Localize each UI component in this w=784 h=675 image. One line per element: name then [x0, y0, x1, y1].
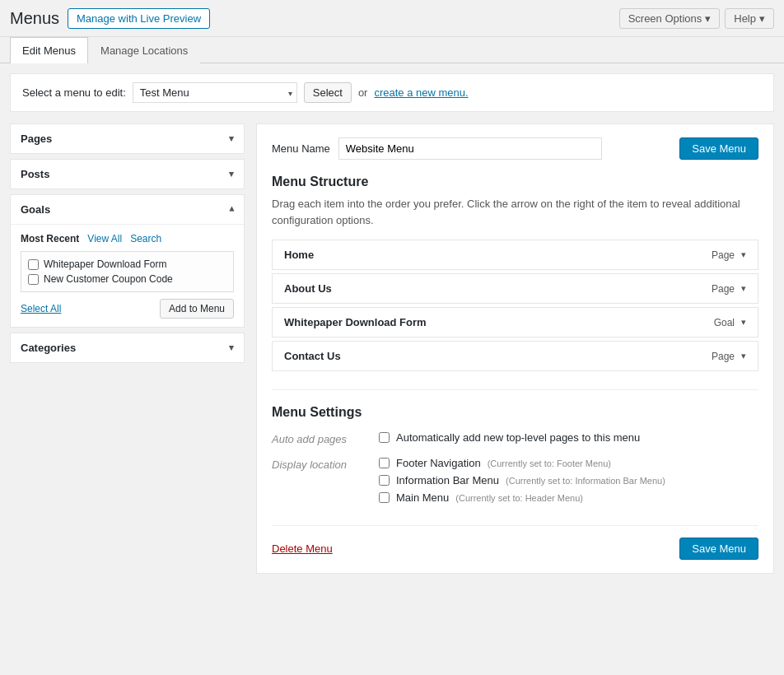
- menu-item-home-right: Page ▾: [712, 249, 746, 261]
- help-button[interactable]: Help ▾: [725, 8, 774, 29]
- checkbox-coupon: New Customer Coupon Code: [28, 273, 226, 285]
- footer-nav-row: Footer Navigation (Currently set to: Foo…: [379, 457, 758, 469]
- accordion-goals-header[interactable]: Goals ▾: [11, 195, 244, 224]
- or-text: or: [358, 86, 368, 99]
- accordion-categories-arrow-icon: ▾: [229, 342, 234, 353]
- accordion-categories-label: Categories: [21, 342, 76, 354]
- goals-tab-filter: Most Recent View All Search: [21, 233, 234, 244]
- accordion-pages: Pages ▾: [10, 123, 245, 154]
- tab-edit-menus[interactable]: Edit Menus: [10, 37, 88, 63]
- menu-item-about-us-label: About Us: [284, 282, 332, 295]
- screen-options-button[interactable]: Screen Options ▾: [619, 8, 721, 29]
- filter-view-all[interactable]: View All: [87, 233, 122, 244]
- menu-item-about-us-expand-icon[interactable]: ▾: [741, 283, 746, 294]
- accordion-categories-header[interactable]: Categories ▾: [11, 333, 244, 362]
- checkbox-whitepaper-input[interactable]: [28, 259, 39, 270]
- menu-name-row: Menu Name Save Menu: [272, 137, 758, 160]
- select-menu-bar: Select a menu to edit: Test Menu ▾ Selec…: [10, 73, 774, 112]
- menu-item-whitepaper-expand-icon[interactable]: ▾: [741, 317, 746, 328]
- tab-edit-menus-label: Edit Menus: [22, 44, 76, 57]
- tabs-row: Edit Menus Manage Locations: [0, 37, 784, 63]
- info-bar-label: Information Bar Menu: [396, 474, 499, 486]
- auto-add-pages-row: Auto add pages Automatically add new top…: [272, 431, 758, 449]
- menu-item-whitepaper[interactable]: Whitepaper Download Form Goal ▾: [272, 307, 758, 338]
- select-menu-label: Select a menu to edit:: [22, 86, 126, 99]
- auto-add-pages-checkbox[interactable]: [379, 432, 390, 443]
- menu-item-home[interactable]: Home Page ▾: [272, 240, 758, 270]
- accordion-goals-body: Most Recent View All Search Whitepaper D…: [11, 224, 244, 327]
- help-label: Help: [734, 12, 756, 25]
- tab-manage-locations[interactable]: Manage Locations: [88, 37, 200, 63]
- menu-structure-title: Menu Structure: [272, 175, 758, 189]
- delete-menu-link[interactable]: Delete Menu: [272, 542, 333, 555]
- menu-item-contact-us-type: Page: [712, 351, 735, 362]
- accordion-goals-label: Goals: [21, 203, 50, 216]
- left-panel: Pages ▾ Posts ▾ Goals ▾ Most: [10, 123, 245, 368]
- accordion-goals-arrow-icon: ▾: [229, 204, 234, 215]
- goals-accordion-footer: Select All Add to Menu: [21, 299, 234, 319]
- display-location-content: Footer Navigation (Currently set to: Foo…: [379, 457, 758, 509]
- select-all-link[interactable]: Select All: [21, 303, 61, 314]
- accordion-pages-label: Pages: [21, 133, 52, 145]
- help-arrow-icon: ▾: [759, 12, 765, 25]
- menu-item-whitepaper-right: Goal ▾: [714, 317, 746, 328]
- live-preview-button[interactable]: Manage with Live Preview: [68, 8, 210, 29]
- auto-add-pages-desc: Automatically add new top-level pages to…: [396, 431, 640, 444]
- screen-options-arrow-icon: ▾: [705, 12, 711, 25]
- main-menu-checkbox[interactable]: [379, 492, 390, 503]
- save-menu-button-bottom[interactable]: Save Menu: [679, 538, 758, 560]
- auto-add-pages-content: Automatically add new top-level pages to…: [379, 431, 758, 449]
- menu-item-home-type: Page: [712, 249, 735, 261]
- menu-item-contact-us-label: Contact Us: [284, 350, 341, 362]
- menu-item-home-expand-icon[interactable]: ▾: [741, 249, 746, 260]
- menu-item-whitepaper-label: Whitepaper Download Form: [284, 316, 427, 328]
- accordion-posts-label: Posts: [21, 168, 49, 180]
- main-menu-row: Main Menu (Currently set to: Header Menu…: [379, 491, 758, 504]
- save-menu-button-top[interactable]: Save Menu: [679, 137, 758, 160]
- menu-item-contact-us-expand-icon[interactable]: ▾: [741, 351, 746, 361]
- auto-add-pages-check-row: Automatically add new top-level pages to…: [379, 431, 758, 444]
- display-location-row: Display location Footer Navigation (Curr…: [272, 457, 758, 509]
- content-columns: Pages ▾ Posts ▾ Goals ▾ Most: [10, 123, 774, 574]
- accordion-goals: Goals ▾ Most Recent View All Search Whit…: [10, 194, 245, 328]
- create-new-menu-link[interactable]: create a new menu.: [374, 86, 468, 99]
- accordion-posts-header[interactable]: Posts ▾: [11, 160, 244, 189]
- bottom-bar: Delete Menu Save Menu: [272, 525, 758, 560]
- menu-item-contact-us[interactable]: Contact Us Page ▾: [272, 341, 758, 371]
- menu-structure-desc: Drag each item into the order you prefer…: [272, 196, 758, 228]
- accordion-posts-arrow-icon: ▾: [229, 169, 234, 179]
- menu-select-dropdown[interactable]: Test Menu: [133, 82, 297, 103]
- accordion-pages-arrow-icon: ▾: [229, 133, 234, 144]
- filter-search[interactable]: Search: [130, 233, 161, 244]
- menu-name-label: Menu Name: [272, 142, 330, 155]
- menu-item-about-us[interactable]: About Us Page ▾: [272, 273, 758, 304]
- info-bar-row: Information Bar Menu (Currently set to: …: [379, 474, 758, 486]
- menu-name-input[interactable]: [338, 137, 602, 160]
- menu-settings-title: Menu Settings: [272, 405, 758, 420]
- checkbox-coupon-input[interactable]: [28, 274, 39, 285]
- page-title: Menus: [10, 7, 59, 30]
- checkbox-whitepaper: Whitepaper Download Form: [28, 258, 226, 270]
- footer-nav-label: Footer Navigation: [396, 457, 481, 469]
- add-to-menu-button[interactable]: Add to Menu: [160, 299, 234, 319]
- main-menu-label: Main Menu: [396, 491, 449, 504]
- display-location-label: Display location: [272, 457, 379, 509]
- accordion-categories: Categories ▾: [10, 333, 245, 363]
- checkbox-whitepaper-label: Whitepaper Download Form: [44, 258, 166, 270]
- auto-add-pages-label: Auto add pages: [272, 431, 379, 449]
- menu-item-whitepaper-type: Goal: [714, 317, 735, 328]
- info-bar-sub: (Currently set to: Information Bar Menu): [506, 476, 665, 486]
- top-bar-right: Screen Options ▾ Help ▾: [619, 8, 774, 29]
- footer-nav-checkbox[interactable]: [379, 458, 390, 468]
- menu-settings-section: Menu Settings Auto add pages Automatical…: [272, 389, 758, 560]
- goals-checkbox-list: Whitepaper Download Form New Customer Co…: [21, 251, 234, 292]
- top-bar-left: Menus Manage with Live Preview: [10, 7, 210, 30]
- select-button[interactable]: Select: [304, 82, 352, 103]
- info-bar-checkbox[interactable]: [379, 475, 390, 486]
- accordion-pages-header[interactable]: Pages ▾: [11, 124, 244, 153]
- main-content: Select a menu to edit: Test Menu ▾ Selec…: [0, 63, 784, 584]
- filter-most-recent[interactable]: Most Recent: [21, 233, 79, 244]
- accordion-posts: Posts ▾: [10, 159, 245, 189]
- top-bar: Menus Manage with Live Preview Screen Op…: [0, 0, 784, 37]
- right-panel: Menu Name Save Menu Menu Structure Drag …: [256, 123, 774, 574]
